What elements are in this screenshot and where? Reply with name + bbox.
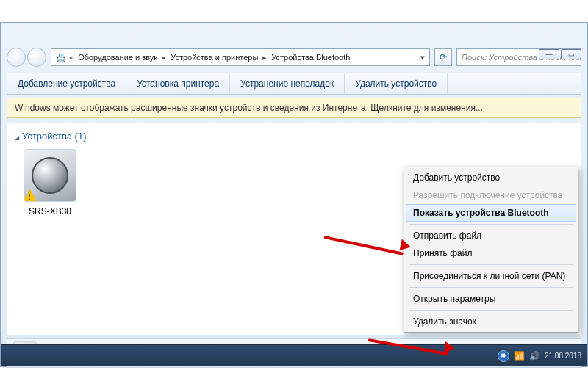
maximize-button[interactable]: ▭ — [561, 49, 581, 59]
breadcrumb-sep: ▸ — [262, 53, 267, 62]
address-bar[interactable]: 📇 « Оборудование и звук ▸ Устройства и п… — [51, 48, 430, 66]
menu-separator — [409, 310, 573, 311]
bluetooth-tray-icon[interactable]: ⁕ — [498, 350, 509, 362]
breadcrumb-sep: « — [69, 53, 74, 62]
menu-receive-file[interactable]: Принять файл — [406, 244, 576, 262]
tray-clock[interactable]: 21.08.2018 — [545, 352, 581, 360]
info-bar-text: Windows может отображать расширенные зна… — [15, 103, 483, 113]
volume-icon[interactable]: 🔊 — [529, 351, 540, 361]
nav-buttons — [7, 48, 46, 67]
menu-show-bluetooth-devices[interactable]: Показать устройства Bluetooth — [406, 204, 576, 222]
folder-icon: 📇 — [56, 53, 66, 62]
window-controls: — ▭ — [539, 49, 581, 59]
system-tray: ⁕ 📶 🔊 21.08.2018 — [498, 350, 581, 362]
network-icon[interactable]: 📶 — [514, 351, 525, 361]
toolbar-troubleshoot[interactable]: Устранение неполадок — [230, 73, 345, 94]
menu-add-device[interactable]: Добавить устройство — [406, 169, 576, 186]
group-header[interactable]: Устройства (1) — [15, 128, 573, 145]
speaker-icon — [24, 149, 76, 202]
dropdown-icon[interactable]: ▾ — [420, 53, 425, 62]
navigation-row: 📇 « Оборудование и звук ▸ Устройства и п… — [1, 43, 587, 71]
device-label: SRS-XB30 — [15, 206, 85, 217]
bluetooth-context-menu: Добавить устройство Разрешить подключени… — [404, 167, 578, 333]
toolbar-add-device[interactable]: Добавление устройства — [7, 73, 126, 94]
window: — ▭ 📇 « Оборудование и звук ▸ Устройства… — [0, 22, 588, 367]
breadcrumb-item[interactable]: Оборудование и звук — [76, 53, 159, 62]
breadcrumb-sep: ▸ — [162, 53, 166, 62]
info-bar[interactable]: Windows может отображать расширенные зна… — [7, 98, 581, 118]
tray-date-text: 21.08.2018 — [545, 352, 581, 360]
toolbar-remove-device[interactable]: Удалить устройство — [345, 73, 448, 94]
menu-separator — [409, 224, 573, 225]
forward-button[interactable] — [27, 48, 46, 67]
menu-allow-connect: Разрешить подключение устройства — [406, 186, 576, 204]
menu-separator — [409, 287, 573, 288]
back-button[interactable] — [7, 48, 26, 67]
menu-join-pan[interactable]: Присоединиться к личной сети (PAN) — [406, 267, 576, 285]
minimize-button[interactable]: — — [539, 49, 559, 59]
taskbar: ⁕ 📶 🔊 21.08.2018 — [1, 344, 587, 366]
menu-remove-icon[interactable]: Удалить значок — [406, 313, 576, 330]
command-bar: Добавление устройства Установка принтера… — [7, 73, 581, 95]
menu-send-file[interactable]: Отправить файл — [406, 227, 576, 244]
warning-icon — [24, 189, 37, 202]
toolbar-install-printer[interactable]: Установка принтера — [126, 73, 230, 94]
breadcrumb-item[interactable]: Устройства Bluetooth — [270, 53, 351, 62]
refresh-button[interactable]: ⟳ — [434, 48, 452, 66]
menu-separator — [409, 264, 573, 265]
breadcrumb-item[interactable]: Устройства и принтеры — [169, 53, 259, 62]
device-item[interactable]: SRS-XB30 — [15, 149, 85, 217]
menu-open-settings[interactable]: Открыть параметры — [406, 290, 576, 308]
